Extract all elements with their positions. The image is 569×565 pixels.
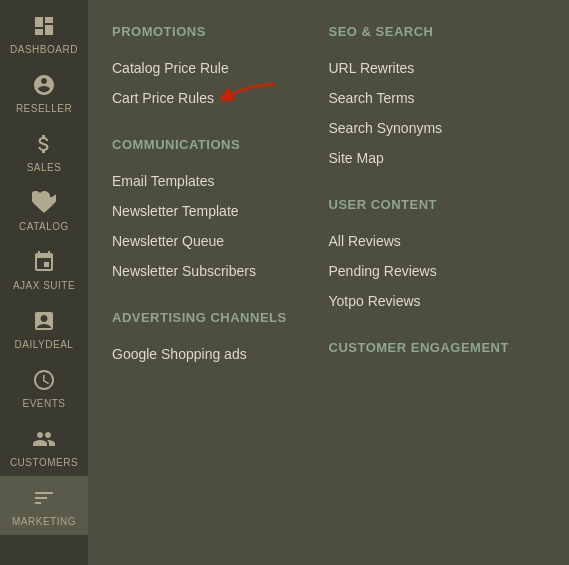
reseller-icon [30,71,58,99]
promotions-section: Promotions Catalog Price Rule Cart Price… [112,24,313,113]
sidebar-item-marketing[interactable]: MARKETING [0,476,88,535]
seo-search-section: SEO & Search URL Rewrites Search Terms S… [329,24,530,173]
newsletter-queue-link[interactable]: Newsletter Queue [112,226,313,256]
red-arrow-annotation [220,79,280,107]
pending-reviews-link[interactable]: Pending Reviews [329,256,530,286]
sidebar-label-dashboard: DASHBOARD [10,44,78,55]
url-rewrites-link[interactable]: URL Rewrites [329,53,530,83]
user-content-section: User Content All Reviews Pending Reviews… [329,197,530,316]
events-icon [30,366,58,394]
all-reviews-link[interactable]: All Reviews [329,226,530,256]
yotpo-reviews-link[interactable]: Yotpo Reviews [329,286,530,316]
sidebar-item-customers[interactable]: CUSTOMERS [0,417,88,476]
seo-search-title: SEO & Search [329,24,530,39]
sidebar-item-events[interactable]: EVENTS [0,358,88,417]
right-column: SEO & Search URL Rewrites Search Terms S… [329,20,546,545]
advertising-section: Advertising Channels Google Shopping ads [112,310,313,369]
sidebar-item-catalog[interactable]: CATALOG [0,181,88,240]
sidebar-label-reseller: RESELLER [16,103,72,114]
search-terms-link[interactable]: Search Terms [329,83,530,113]
customer-engagement-section: Customer Engagement [329,340,530,355]
google-shopping-link[interactable]: Google Shopping ads [112,339,313,369]
customers-icon [30,425,58,453]
sidebar-label-dailydeal: DAILYDEAL [15,339,74,350]
site-map-link[interactable]: Site Map [329,143,530,173]
sidebar-item-dailydeal[interactable]: DAILYDEAL [0,299,88,358]
sidebar-item-sales[interactable]: SALES [0,122,88,181]
communications-section: Communications Email Templates Newslette… [112,137,313,286]
sales-icon [30,130,58,158]
sidebar-label-sales: SALES [27,162,62,173]
sidebar-label-customers: CUSTOMERS [10,457,78,468]
catalog-price-rule-link[interactable]: Catalog Price Rule [112,53,313,83]
marketing-icon [30,484,58,512]
user-content-title: User Content [329,197,530,212]
advertising-title: Advertising Channels [112,310,313,325]
customer-engagement-title: Customer Engagement [329,340,530,355]
communications-title: Communications [112,137,313,152]
ajax-suite-icon [30,248,58,276]
newsletter-template-link[interactable]: Newsletter Template [112,196,313,226]
newsletter-subscribers-link[interactable]: Newsletter Subscribers [112,256,313,286]
sidebar-item-dashboard[interactable]: DASHBOARD [0,4,88,63]
dailydeal-icon [30,307,58,335]
search-synonyms-link[interactable]: Search Synonyms [329,113,530,143]
dashboard-icon [30,12,58,40]
main-content: Promotions Catalog Price Rule Cart Price… [88,0,569,565]
left-column: Promotions Catalog Price Rule Cart Price… [112,20,329,545]
sidebar-item-reseller[interactable]: RESELLER [0,63,88,122]
email-templates-link[interactable]: Email Templates [112,166,313,196]
sidebar-label-marketing: MARKETING [12,516,76,527]
promotions-title: Promotions [112,24,313,39]
sidebar-label-catalog: CATALOG [19,221,69,232]
sidebar-item-ajax-suite[interactable]: AJAX SUITE [0,240,88,299]
catalog-icon [30,189,58,217]
cart-price-rules-link[interactable]: Cart Price Rules [112,83,214,113]
sidebar-label-events: EVENTS [22,398,65,409]
sidebar-label-ajax-suite: AJAX SUITE [13,280,75,291]
sidebar: DASHBOARD RESELLER SALES CATALOG AJAX SU… [0,0,88,565]
